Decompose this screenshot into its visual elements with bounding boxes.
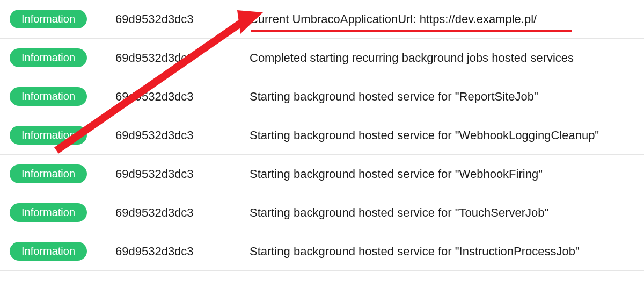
table-row[interactable]: Information 69d9532d3dc3 Starting backgr…: [0, 232, 644, 271]
log-message-cell: Starting background hosted service for "…: [250, 90, 644, 104]
log-id-cell: 69d9532d3dc3: [115, 206, 250, 220]
log-level-cell: Information: [0, 48, 115, 67]
level-badge[interactable]: Information: [10, 48, 87, 67]
log-message-cell: Current UmbracoApplicationUrl: https://d…: [250, 12, 644, 26]
table-row[interactable]: Information 69d9532d3dc3 Current Umbraco…: [0, 0, 644, 39]
log-level-cell: Information: [0, 87, 115, 106]
log-id-cell: 69d9532d3dc3: [115, 167, 250, 181]
log-id-cell: 69d9532d3dc3: [115, 12, 250, 26]
table-row[interactable]: Information 69d9532d3dc3 Starting backgr…: [0, 193, 644, 232]
table-row[interactable]: Information 69d9532d3dc3 Completed start…: [0, 39, 644, 77]
log-id-cell: 69d9532d3dc3: [115, 51, 250, 65]
level-badge[interactable]: Information: [10, 242, 87, 261]
log-message-cell: Completed starting recurring background …: [250, 51, 644, 65]
log-level-cell: Information: [0, 203, 115, 222]
log-id-cell: 69d9532d3dc3: [115, 128, 250, 142]
log-level-cell: Information: [0, 10, 115, 28]
log-message-cell: Starting background hosted service for "…: [250, 128, 644, 142]
log-message-cell: Starting background hosted service for "…: [250, 206, 644, 220]
log-message-cell: Starting background hosted service for "…: [250, 245, 644, 259]
log-level-cell: Information: [0, 126, 115, 145]
level-badge[interactable]: Information: [10, 126, 87, 145]
log-id-cell: 69d9532d3dc3: [115, 90, 250, 104]
table-row[interactable]: Information 69d9532d3dc3 Starting backgr…: [0, 116, 644, 155]
level-badge[interactable]: Information: [10, 164, 87, 183]
level-badge[interactable]: Information: [10, 87, 87, 106]
log-message-cell: Starting background hosted service for "…: [250, 167, 644, 181]
log-level-cell: Information: [0, 164, 115, 183]
table-row[interactable]: Information 69d9532d3dc3 Starting backgr…: [0, 77, 644, 116]
level-badge[interactable]: Information: [10, 10, 87, 28]
log-id-cell: 69d9532d3dc3: [115, 245, 250, 259]
table-row[interactable]: Information 69d9532d3dc3 Starting backgr…: [0, 155, 644, 193]
level-badge[interactable]: Information: [10, 203, 87, 222]
log-table: Information 69d9532d3dc3 Current Umbraco…: [0, 0, 644, 271]
annotation-underline: [251, 30, 572, 32]
log-level-cell: Information: [0, 242, 115, 261]
